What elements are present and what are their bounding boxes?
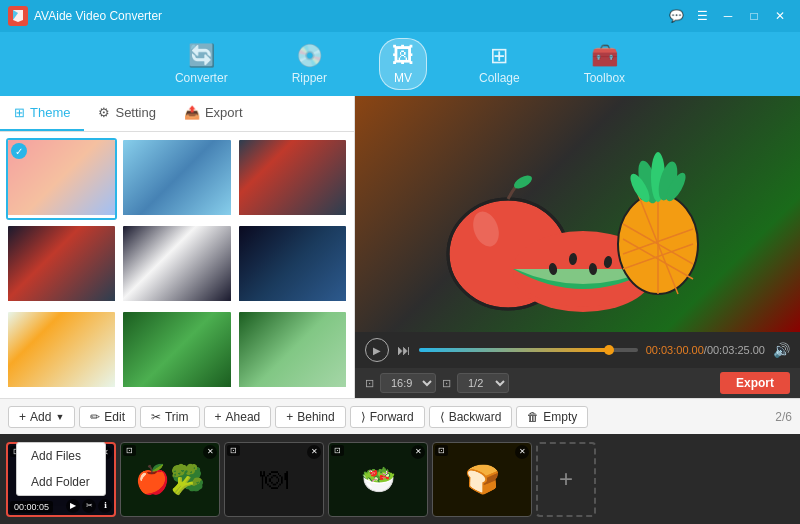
nav-converter-label: Converter (175, 71, 228, 85)
theme-label-merry_christmas: Merry Christmas (8, 301, 115, 306)
trim-icon: ✂ (151, 410, 161, 424)
clip-1-edit[interactable]: ✂ (82, 499, 96, 513)
add-dropdown-arrow: ▼ (55, 412, 64, 422)
clip-1-controls: ▶ ✂ ℹ (66, 499, 112, 513)
theme-tab-label: Theme (30, 105, 70, 120)
tab-export[interactable]: 📤 Export (170, 96, 257, 131)
theme-label-simple: Simple (123, 215, 230, 220)
nav-mv[interactable]: 🖼 MV (379, 38, 427, 90)
clip-counter: 2/6 (775, 410, 792, 424)
theme-item-stripes_waves[interactable]: Stripes & Waves (6, 310, 117, 392)
theme-item-current[interactable]: ✓Happy (6, 138, 117, 220)
export-tab-icon: 📤 (184, 105, 200, 120)
backward-label: Backward (449, 410, 502, 424)
timeline-clip-5[interactable]: 🍞 ⊡ ✕ (432, 442, 532, 517)
forward-button[interactable]: ⟩ Forward (350, 406, 425, 428)
video-options: ⊡ 16:9 4:3 1:1 ⊡ 1/2 1/4 Full Export (355, 368, 800, 398)
quality-select[interactable]: 1/2 1/4 Full (457, 373, 509, 393)
timeline-clip-4[interactable]: 🥗 ⊡ ✕ (328, 442, 428, 517)
video-preview (355, 96, 800, 332)
theme-label-stripes_waves: Stripes & Waves (8, 387, 115, 392)
titlebar: AVAide Video Converter 💬 ☰ ─ □ ✕ (0, 0, 800, 32)
add-folder-item[interactable]: Add Folder (17, 469, 105, 495)
converter-icon: 🔄 (188, 43, 215, 69)
tab-setting[interactable]: ⚙ Setting (84, 96, 169, 131)
behind-button[interactable]: + Behind (275, 406, 345, 428)
theme-item-santa_claus[interactable]: Santa Clous (121, 224, 232, 306)
empty-label: Empty (543, 410, 577, 424)
nav-collage[interactable]: ⊞ Collage (467, 39, 532, 89)
edit-button[interactable]: ✏ Edit (79, 406, 136, 428)
add-files-item[interactable]: Add Files (17, 443, 105, 469)
behind-icon: + (286, 410, 293, 424)
navbar: 🔄 Converter 💿 Ripper 🖼 MV ⊞ Collage 🧰 To… (0, 32, 800, 96)
panel-tabs: ⊞ Theme ⚙ Setting 📤 Export (0, 96, 354, 132)
export-button[interactable]: Export (720, 372, 790, 394)
forward-label: Forward (370, 410, 414, 424)
ahead-label: Ahead (226, 410, 261, 424)
theme-item-beautiful_christmas[interactable]: Beautiful Christmas (237, 310, 348, 392)
nav-ripper-label: Ripper (292, 71, 327, 85)
app-logo (8, 6, 28, 26)
toolbox-icon: 🧰 (591, 43, 618, 69)
progress-dot (604, 345, 614, 355)
clip-3-close[interactable]: ✕ (307, 445, 321, 459)
progress-bar[interactable] (419, 348, 638, 352)
behind-label: Behind (297, 410, 334, 424)
quality-icon: ⊡ (442, 377, 451, 390)
trim-button[interactable]: ✂ Trim (140, 406, 200, 428)
menu-button[interactable]: ☰ (690, 7, 714, 25)
app-title: AVAide Video Converter (34, 9, 664, 23)
theme-label-christmas_tree: Christmas Tree (123, 387, 230, 392)
theme-check-icon: ✓ (11, 143, 27, 159)
ahead-button[interactable]: + Ahead (204, 406, 272, 428)
forward-icon: ⟩ (361, 410, 366, 424)
timeline-clip-3[interactable]: 🍽 ⊡ ✕ (224, 442, 324, 517)
theme-item-christmas_tree[interactable]: Christmas Tree (121, 310, 232, 392)
right-panel: ▶ ⏭ 00:03:00.00/00:03:25.00 🔊 ⊡ 16:9 4:3… (355, 96, 800, 398)
ratio-select[interactable]: 16:9 4:3 1:1 (380, 373, 436, 393)
theme-item-snowy_night[interactable]: Snowy Night (237, 224, 348, 306)
clip-1-info[interactable]: ℹ (98, 499, 112, 513)
nav-toolbox[interactable]: 🧰 Toolbox (572, 39, 637, 89)
theme-grid: ✓HappySimpleChristmas EveMerry Christmas… (0, 132, 354, 398)
add-dropdown-menu: Add Files Add Folder (16, 442, 106, 496)
edit-icon: ✏ (90, 410, 100, 424)
ahead-icon: + (215, 410, 222, 424)
add-clip-button[interactable]: + (536, 442, 596, 517)
close-button[interactable]: ✕ (768, 7, 792, 25)
clip-1-play[interactable]: ▶ (66, 499, 80, 513)
ripper-icon: 💿 (296, 43, 323, 69)
clip-1-duration: 00:00:05 (10, 501, 53, 513)
empty-button[interactable]: 🗑 Empty (516, 406, 588, 428)
clip-4-close[interactable]: ✕ (411, 445, 425, 459)
clip-5-close[interactable]: ✕ (515, 445, 529, 459)
play-button[interactable]: ▶ (365, 338, 389, 362)
clip-3-tag: ⊡ (227, 445, 240, 456)
progress-fill (419, 348, 609, 352)
window-controls: 💬 ☰ ─ □ ✕ (664, 7, 792, 25)
minimize-button[interactable]: ─ (716, 7, 740, 25)
chat-button[interactable]: 💬 (664, 7, 688, 25)
timeline-clip-2[interactable]: 🍎🥦 ⊡ ✕ (120, 442, 220, 517)
skip-forward-button[interactable]: ⏭ (397, 342, 411, 358)
theme-label-christmas_eve: Christmas Eve (239, 215, 346, 220)
backward-button[interactable]: ⟨ Backward (429, 406, 513, 428)
setting-tab-icon: ⚙ (98, 105, 110, 120)
clip-4-tag: ⊡ (331, 445, 344, 456)
volume-icon[interactable]: 🔊 (773, 342, 790, 358)
theme-item-simple[interactable]: Simple (121, 138, 232, 220)
tab-theme[interactable]: ⊞ Theme (0, 96, 84, 131)
nav-ripper[interactable]: 💿 Ripper (280, 39, 339, 89)
nav-converter[interactable]: 🔄 Converter (163, 39, 240, 89)
left-panel: ⊞ Theme ⚙ Setting 📤 Export ✓HappySimpleC… (0, 96, 355, 398)
clip-5-tag: ⊡ (435, 445, 448, 456)
nav-toolbox-label: Toolbox (584, 71, 625, 85)
theme-item-merry_christmas[interactable]: Merry Christmas (6, 224, 117, 306)
theme-label-snowy_night: Snowy Night (239, 301, 346, 306)
clip-2-close[interactable]: ✕ (203, 445, 217, 459)
maximize-button[interactable]: □ (742, 7, 766, 25)
theme-item-christmas_eve[interactable]: Christmas Eve (237, 138, 348, 220)
add-button[interactable]: + Add ▼ (8, 406, 75, 428)
setting-tab-label: Setting (115, 105, 155, 120)
